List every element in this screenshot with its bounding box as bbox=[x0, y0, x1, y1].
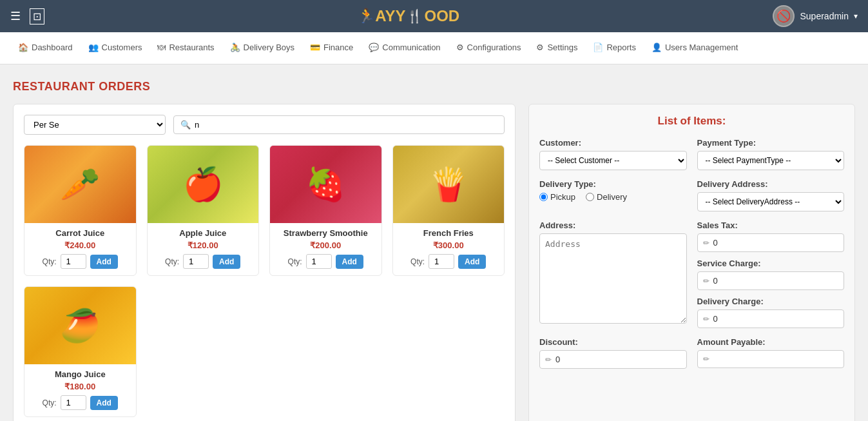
delivery-type-label: Delivery Type: bbox=[539, 179, 687, 189]
qty-input-carrot-juice[interactable] bbox=[61, 254, 86, 269]
product-name-mango-juice: Mango Juice bbox=[24, 364, 136, 380]
product-qty-row-apple-juice: Qty: Add bbox=[148, 254, 259, 275]
users-management-icon: 👤 bbox=[651, 43, 662, 52]
qty-label-carrot-juice: Qty: bbox=[43, 257, 57, 266]
add-button-apple-juice[interactable]: Add bbox=[213, 255, 240, 269]
page-title: RESTAURANT ORDERS bbox=[13, 80, 855, 93]
add-button-french-fries[interactable]: Add bbox=[458, 255, 486, 269]
delivery-text: Delivery bbox=[597, 192, 627, 202]
product-price-french-fries: ₹300.00 bbox=[393, 239, 505, 254]
nav-label-customers: Customers bbox=[102, 43, 142, 52]
product-controls: Per Se Price Low to High Price High to L… bbox=[24, 115, 505, 135]
avatar: 🚫 bbox=[773, 5, 795, 27]
delivery-address-label: Delivery Address: bbox=[697, 179, 845, 189]
nav-item-delivery-boys[interactable]: 🚴 Delivery Boys bbox=[222, 32, 302, 64]
product-name-apple-juice: Apple Juice bbox=[148, 223, 259, 239]
sales-tax-input-wrapper: ✏ 0 bbox=[697, 233, 845, 252]
product-image-apple-juice: 🍎 bbox=[148, 146, 259, 223]
form-group-taxes: Sales Tax: ✏ 0 Service Charge: ✏ 0 Deliv… bbox=[697, 220, 845, 328]
nav-item-reports[interactable]: 📄 Reports bbox=[585, 32, 644, 64]
communication-icon: 💬 bbox=[369, 43, 379, 52]
amount-payable-edit-icon: ✏ bbox=[703, 355, 709, 364]
radio-group-delivery: Pickup Delivery bbox=[539, 192, 687, 202]
form-group-customer: Customer: -- Select Customer -- bbox=[539, 138, 687, 170]
product-image-strawberry-smoothie: 🍓 bbox=[270, 146, 381, 223]
product-card-carrot-juice: 🥕 Carrot Juice ₹240.00 Qty: Add bbox=[24, 145, 137, 276]
header-left: ☰ ⊡ bbox=[10, 8, 44, 24]
customer-select[interactable]: -- Select Customer -- bbox=[539, 151, 687, 170]
product-card-mango-juice: 🥭 Mango Juice ₹180.00 Qty: Add bbox=[24, 286, 137, 417]
nav-item-restaurants[interactable]: 🍽 Restaurants bbox=[149, 32, 222, 64]
product-name-french-fries: French Fries bbox=[393, 223, 505, 239]
payment-type-select[interactable]: -- Select PaymentType -- bbox=[697, 151, 845, 170]
nav-item-dashboard[interactable]: 🏠 Dashboard bbox=[10, 32, 81, 64]
delivery-charge-value: 0 bbox=[713, 314, 718, 324]
order-panel: List of Items: Customer: -- Select Custo… bbox=[528, 104, 855, 421]
radio-pickup-label[interactable]: Pickup bbox=[539, 192, 575, 202]
form-group-address: Address: bbox=[539, 220, 687, 328]
amount-payable-input-wrapper: ✏ bbox=[697, 350, 845, 368]
qty-label-french-fries: Qty: bbox=[410, 257, 425, 266]
form-group-delivery-type: Delivery Type: Pickup Delivery bbox=[539, 179, 687, 211]
search-icon: 🔍 bbox=[180, 120, 191, 130]
radio-delivery-label[interactable]: Delivery bbox=[586, 192, 627, 202]
product-card-strawberry-smoothie: 🍓 Strawberry Smoothie ₹200.00 Qty: Add bbox=[269, 145, 382, 276]
radio-pickup[interactable] bbox=[539, 193, 548, 201]
form-row-discount-amount: Discount: ✏ 0 Amount Payable: ✏ bbox=[539, 337, 844, 369]
form-group-delivery-address: Delivery Address: -- Select DeliveryAddr… bbox=[697, 179, 845, 211]
pickup-text: Pickup bbox=[550, 192, 575, 202]
product-image-french-fries: 🍟 bbox=[393, 146, 505, 223]
qty-input-strawberry-smoothie[interactable] bbox=[306, 254, 332, 269]
nav-item-users-management[interactable]: 👤 Users Management bbox=[644, 32, 746, 64]
service-charge-input-wrapper: ✏ 0 bbox=[697, 271, 845, 290]
radio-delivery[interactable] bbox=[586, 193, 594, 201]
product-price-carrot-juice: ₹240.00 bbox=[24, 239, 136, 254]
form-row-address-tax: Address: Sales Tax: ✏ 0 Service Charge: … bbox=[539, 220, 844, 328]
nav-item-configurations[interactable]: ⚙ Configurations bbox=[448, 32, 529, 64]
product-qty-row-french-fries: Qty: Add bbox=[393, 254, 505, 275]
add-button-mango-juice[interactable]: Add bbox=[90, 396, 118, 410]
product-qty-row-mango-juice: Qty: Add bbox=[24, 395, 136, 416]
logo-food: OOD bbox=[424, 7, 459, 25]
form-row-customer-payment: Customer: -- Select Customer -- Payment … bbox=[539, 138, 844, 170]
search-box: 🔍 bbox=[173, 115, 505, 134]
nav-label-finance: Finance bbox=[323, 43, 353, 52]
form-row-delivery: Delivery Type: Pickup Delivery Delivery bbox=[539, 179, 844, 211]
finance-icon: 💳 bbox=[310, 43, 320, 52]
qty-input-apple-juice[interactable] bbox=[183, 254, 209, 269]
main-nav: 🏠 Dashboard 👥 Customers 🍽 Restaurants 🚴 … bbox=[0, 32, 868, 64]
search-input[interactable] bbox=[195, 120, 497, 130]
product-card-apple-juice: 🍎 Apple Juice ₹120.00 Qty: Add bbox=[147, 145, 260, 276]
product-qty-row-strawberry-smoothie: Qty: Add bbox=[270, 254, 381, 275]
address-textarea[interactable] bbox=[539, 233, 687, 324]
nav-item-customers[interactable]: 👥 Customers bbox=[81, 32, 150, 64]
product-name-strawberry-smoothie: Strawberry Smoothie bbox=[270, 223, 381, 239]
product-qty-row-carrot-juice: Qty: Add bbox=[24, 254, 136, 275]
nav-item-settings[interactable]: ⚙ Settings bbox=[528, 32, 585, 64]
payment-type-label: Payment Type: bbox=[697, 138, 845, 148]
nav-label-reports: Reports bbox=[606, 43, 636, 52]
nav-label-delivery-boys: Delivery Boys bbox=[244, 43, 294, 52]
expand-icon[interactable]: ⊡ bbox=[30, 8, 44, 24]
app-header: ☰ ⊡ 🏃 AYY 🍴 OOD 🚫 Superadmin ▾ bbox=[0, 0, 868, 32]
add-button-strawberry-smoothie[interactable]: Add bbox=[336, 255, 363, 269]
nav-label-restaurants: Restaurants bbox=[169, 43, 214, 52]
logo-fork-icon: 🍴 bbox=[407, 8, 423, 24]
customers-icon: 👥 bbox=[88, 43, 99, 52]
product-price-strawberry-smoothie: ₹200.00 bbox=[270, 239, 381, 254]
sort-select[interactable]: Per Se Price Low to High Price High to L… bbox=[24, 115, 166, 135]
nav-item-communication[interactable]: 💬 Communication bbox=[361, 32, 448, 64]
delivery-address-select[interactable]: -- Select DeliveryAddress -- bbox=[697, 192, 845, 211]
add-button-carrot-juice[interactable]: Add bbox=[90, 255, 118, 269]
address-label: Address: bbox=[539, 220, 687, 230]
qty-input-mango-juice[interactable] bbox=[61, 395, 86, 410]
form-group-discount: Discount: ✏ 0 bbox=[539, 337, 687, 369]
product-image-mango-juice: 🥭 bbox=[24, 287, 136, 364]
user-dropdown-arrow[interactable]: ▾ bbox=[854, 12, 858, 21]
app-logo: 🏃 AYY 🍴 OOD bbox=[358, 7, 459, 25]
qty-input-french-fries[interactable] bbox=[429, 254, 454, 269]
header-right: 🚫 Superadmin ▾ bbox=[773, 5, 858, 27]
product-panel: Per Se Price Low to High Price High to L… bbox=[13, 104, 516, 421]
hamburger-icon[interactable]: ☰ bbox=[10, 9, 21, 23]
nav-item-finance[interactable]: 💳 Finance bbox=[302, 32, 361, 64]
